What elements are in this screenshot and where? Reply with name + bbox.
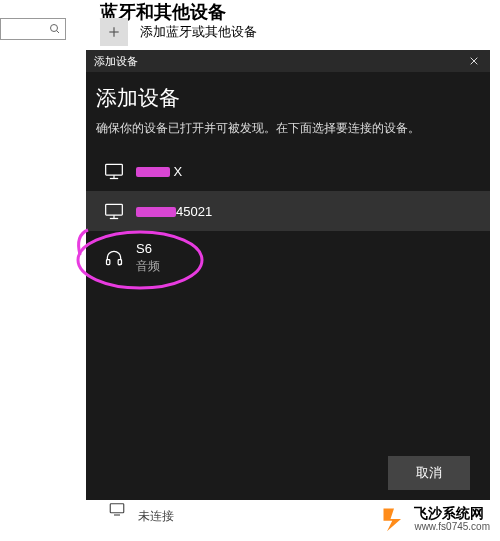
dialog-titlebar-text: 添加设备 [94,54,138,69]
display-icon [104,201,124,221]
svg-line-1 [57,31,60,34]
cancel-button[interactable]: 取消 [388,456,470,490]
device-status: 未连接 [138,508,174,525]
svg-rect-11 [106,204,123,215]
plus-icon [107,25,121,39]
svg-rect-8 [106,164,123,175]
add-device-button[interactable] [100,18,128,46]
close-button[interactable] [466,53,482,69]
dialog-heading: 添加设备 [96,84,480,112]
device-row[interactable]: X [86,151,490,191]
device-icon [108,500,126,518]
dialog-subtext: 确保你的设备已打开并可被发现。在下面选择要连接的设备。 [96,120,480,137]
close-icon [469,56,479,66]
headset-icon [104,248,124,268]
device-name: S6 [136,241,160,256]
add-device-label: 添加蓝牙或其他设备 [140,23,257,41]
dialog-titlebar: 添加设备 [86,50,490,72]
svg-rect-4 [110,504,124,513]
search-icon [49,23,61,35]
device-list: X 45021 S6 音频 [86,151,490,285]
svg-point-0 [51,25,58,32]
svg-rect-14 [107,260,110,265]
device-row[interactable]: 45021 [86,191,490,231]
add-device-dialog: 添加设备 添加设备 确保你的设备已打开并可被发现。在下面选择要连接的设备。 X [86,50,490,500]
redaction [136,167,170,177]
watermark-url: www.fs0745.com [414,521,490,532]
device-row[interactable]: S6 音频 [86,231,490,285]
device-name: X [136,164,182,179]
watermark: 飞沙系统网 www.fs0745.com [380,505,490,533]
search-input[interactable] [0,18,66,40]
display-icon [104,161,124,181]
device-name: 45021 [136,204,212,219]
device-subtext: 音频 [136,258,160,275]
watermark-name: 飞沙系统网 [414,506,490,521]
watermark-logo-icon [380,505,408,533]
redaction [136,207,176,217]
